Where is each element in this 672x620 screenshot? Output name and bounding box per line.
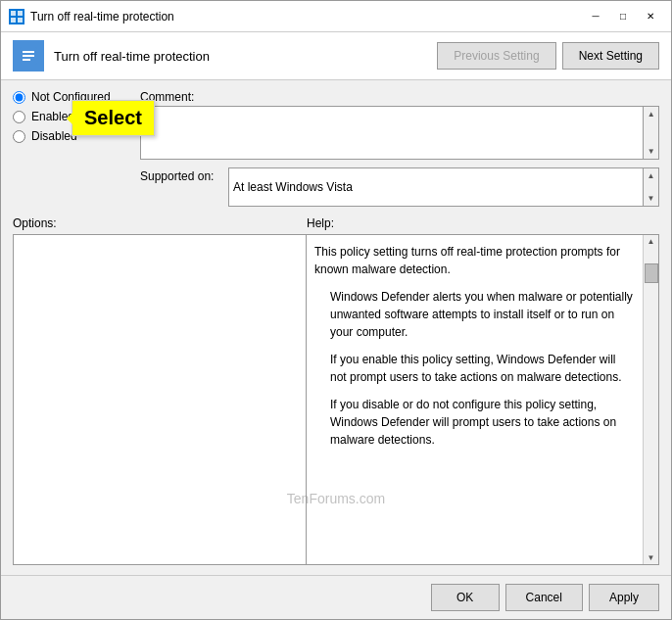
top-section: Not Configured Enabled Disabled Select xyxy=(13,90,659,207)
help-scroll-down-arrow[interactable]: ▼ xyxy=(646,551,657,564)
select-tooltip-text: Select xyxy=(84,107,142,128)
window-title: Turn off real-time protection xyxy=(30,10,583,24)
policy-icon xyxy=(13,40,44,72)
options-panel[interactable] xyxy=(13,234,307,565)
bottom-bar: OK Cancel Apply xyxy=(1,575,671,619)
title-bar: Turn off real-time protection ─ □ ✕ xyxy=(1,1,671,32)
help-panel: This policy setting turns off real-time … xyxy=(307,234,659,565)
next-setting-button[interactable]: Next Setting xyxy=(562,42,659,70)
svg-rect-1 xyxy=(18,11,23,16)
svg-rect-0 xyxy=(11,11,16,16)
main-panels: This policy setting turns off real-time … xyxy=(13,234,659,565)
header-bar: Turn off real-time protection Previous S… xyxy=(1,32,671,80)
enabled-radio[interactable] xyxy=(13,111,25,123)
content-area: Not Configured Enabled Disabled Select xyxy=(1,80,671,575)
disabled-label: Disabled xyxy=(31,129,77,143)
comment-scroll-up[interactable]: ▲ xyxy=(646,108,657,120)
comment-scroll-down[interactable]: ▼ xyxy=(646,145,657,158)
maximize-button[interactable]: □ xyxy=(610,7,636,26)
ok-button[interactable]: OK xyxy=(431,584,500,611)
help-scrollbar[interactable]: ▲ ▼ xyxy=(643,235,658,564)
supported-label: Supported on: xyxy=(140,167,228,183)
help-section-label: Help: xyxy=(307,216,659,230)
minimize-button[interactable]: ─ xyxy=(583,7,608,26)
cancel-button[interactable]: Cancel xyxy=(505,584,583,611)
help-content: This policy setting turns off real-time … xyxy=(307,235,643,564)
help-scroll-thumb[interactable] xyxy=(645,263,658,283)
header-buttons: Previous Setting Next Setting xyxy=(437,42,659,70)
right-panel: Comment: ▲ ▼ Supported on: At least xyxy=(140,90,659,207)
help-paragraph-4: If you disable or do not configure this … xyxy=(330,396,635,449)
svg-rect-7 xyxy=(23,59,30,61)
configuration-panel: Not Configured Enabled Disabled Select xyxy=(13,90,130,207)
header-title: Turn off real-time protection xyxy=(54,49,437,64)
disabled-radio[interactable] xyxy=(13,130,25,143)
comment-section: Comment: ▲ ▼ xyxy=(140,90,659,160)
options-section-label: Options: xyxy=(13,216,307,230)
help-paragraph-3: If you enable this policy setting, Windo… xyxy=(330,351,635,386)
window-icon xyxy=(9,9,24,24)
svg-rect-2 xyxy=(11,18,16,23)
close-button[interactable]: ✕ xyxy=(638,7,663,26)
apply-button[interactable]: Apply xyxy=(589,584,659,611)
supported-scroll-down[interactable]: ▼ xyxy=(646,192,657,205)
supported-section: Supported on: At least Windows Vista ▲ ▼ xyxy=(140,167,659,207)
svg-rect-5 xyxy=(23,51,34,53)
svg-rect-6 xyxy=(23,55,34,57)
comment-label: Comment: xyxy=(140,90,659,104)
previous-setting-button[interactable]: Previous Setting xyxy=(437,42,555,70)
svg-rect-3 xyxy=(18,18,23,23)
main-window: Turn off real-time protection ─ □ ✕ Turn… xyxy=(0,0,672,620)
help-paragraph-1: This policy setting turns off real-time … xyxy=(314,243,635,278)
supported-scroll-up[interactable]: ▲ xyxy=(646,169,657,182)
help-scroll-up-arrow[interactable]: ▲ xyxy=(646,235,657,248)
window-controls: ─ □ ✕ xyxy=(583,7,663,26)
not-configured-radio[interactable] xyxy=(13,91,25,104)
section-headers: Options: Help: xyxy=(13,216,659,230)
help-paragraph-2: Windows Defender alerts you when malware… xyxy=(330,288,635,341)
select-tooltip: Select xyxy=(72,100,155,136)
supported-value: At least Windows Vista xyxy=(233,180,353,194)
comment-textarea[interactable] xyxy=(140,106,644,160)
supported-value-box: At least Windows Vista xyxy=(228,167,644,207)
